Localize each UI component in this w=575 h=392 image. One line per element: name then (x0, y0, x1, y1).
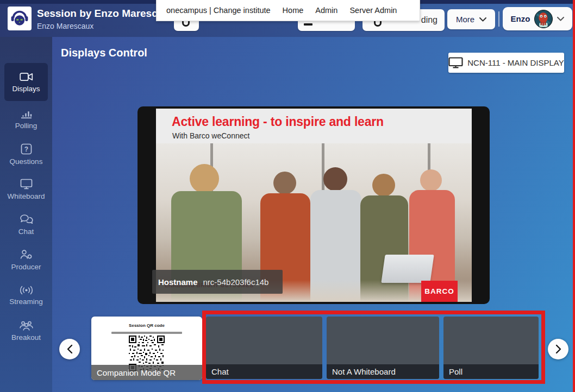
monitor-icon (448, 57, 463, 68)
weconnect-session-screen: Session by Enzo Marescaux Enzo Marescaux… (0, 0, 575, 392)
app-card-label: Poll (443, 364, 539, 379)
app-card-whiteboard[interactable]: Not A Whiteboard (327, 317, 439, 379)
chevron-right-icon (555, 344, 561, 354)
chevron-down-icon (479, 17, 486, 22)
app-card-label: Chat (206, 364, 322, 379)
hostname-overlay: Hostname nrc-54b203f6c14b (152, 270, 283, 294)
more-button[interactable]: More (447, 9, 495, 29)
sidebar-item-chat[interactable]: Chat (4, 207, 48, 242)
header-bar: Session by Enzo Marescaux Enzo Marescaux… (0, 0, 575, 37)
hostname-value: nrc-54b203f6c14b (203, 277, 269, 287)
sidebar-item-whiteboard[interactable]: Whiteboard (4, 172, 48, 207)
more-button-label: More (456, 15, 474, 24)
screen-right-red-edge (573, 0, 575, 392)
session-title: Session by Enzo Marescaux (37, 8, 176, 20)
qr-url-line (111, 332, 182, 334)
napster-logo-icon (10, 9, 29, 28)
session-owner: Enzo Marescaux (37, 22, 93, 30)
chevron-down-icon (557, 17, 564, 21)
sidebar-item-label: Producer (11, 263, 41, 271)
app-card-label: Not A Whiteboard (327, 364, 439, 379)
breakout-icon (19, 320, 34, 331)
sidebar-item-producer[interactable]: Producer (4, 243, 48, 277)
sidebar-item-label: Whiteboard (7, 192, 45, 200)
sidebar-item-label: Streaming (9, 298, 43, 306)
companion-qr-card[interactable]: Session QR code Companion Mode QR (91, 317, 202, 380)
recording-icon (374, 21, 382, 27)
recording-button-visible-label: ding (421, 15, 438, 25)
polling-icon (20, 109, 33, 119)
sidebar-item-questions[interactable]: ? Questions (4, 137, 48, 172)
app-card-poll[interactable]: Poll (443, 317, 539, 379)
user-menu-button[interactable]: Enzo (503, 7, 572, 30)
institute-menu-overlay: onecampus | Change institute Home Admin … (156, 0, 420, 21)
sidebar-nav: Displays Polling ? Questions Whiteboard (0, 37, 52, 392)
barco-logo: BARCO (421, 281, 458, 302)
sidebar-item-polling[interactable]: Polling (4, 102, 48, 136)
display-selector-button[interactable]: NCN-111 - MAIN DISPLAY (448, 53, 564, 73)
share-icon (304, 23, 312, 26)
sidebar-item-label: Displays (12, 85, 40, 93)
menu-item-home[interactable]: Home (283, 6, 304, 15)
sidebar-item-streaming[interactable]: Streaming (4, 278, 48, 313)
chevron-left-icon (67, 344, 73, 354)
mic-icon (182, 21, 190, 27)
sidebar-item-label: Polling (15, 122, 38, 130)
display-selector-label: NCN-111 - MAIN DISPLAY (467, 58, 564, 67)
carousel-prev-button[interactable] (59, 339, 80, 359)
avatar (534, 10, 553, 28)
laptop (381, 255, 434, 283)
sidebar-item-label: Breakout (11, 333, 41, 342)
page-title: Displays Control (61, 47, 147, 59)
carousel-next-button[interactable] (548, 339, 568, 359)
sidebar-item-label: Chat (18, 227, 34, 236)
chat-icon (20, 214, 33, 225)
header-divider (498, 11, 499, 27)
questions-icon: ? (21, 143, 32, 155)
displays-icon (20, 72, 33, 82)
sidebar-item-breakout[interactable]: Breakout (4, 313, 48, 348)
producer-icon (20, 249, 33, 260)
menu-item-server-admin[interactable]: Server Admin (349, 6, 397, 15)
sidebar-item-displays[interactable]: Displays (4, 63, 48, 101)
slide-title: Active learning - to inspire and learn (172, 115, 384, 129)
app-logo[interactable] (8, 7, 32, 30)
menu-item-change-institute[interactable]: onecampus | Change institute (166, 6, 271, 15)
whiteboard-icon (20, 179, 33, 189)
hostname-label: Hostname (158, 277, 198, 287)
streaming-icon (19, 286, 34, 295)
sidebar-item-label: Questions (10, 157, 43, 166)
menu-item-admin[interactable]: Admin (315, 6, 338, 15)
qr-card-label: Companion Mode QR (91, 365, 202, 380)
slide-subtitle: With Barco weConnect (172, 131, 249, 140)
user-name: Enzo (511, 14, 530, 23)
app-card-chat[interactable]: Chat (206, 317, 322, 379)
svg-text:?: ? (24, 146, 28, 153)
qr-card-heading: Session QR code (91, 323, 202, 328)
